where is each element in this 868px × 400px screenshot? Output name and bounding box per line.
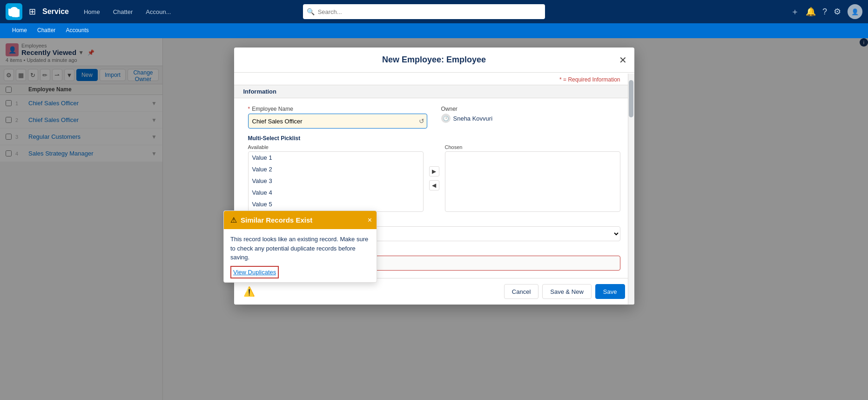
nav-plus-icon[interactable]: ＋ (791, 6, 799, 17)
nav-accounts[interactable]: Accoun... (139, 0, 177, 23)
duplicate-popup: ⚠ Similar Records Exist × This record lo… (223, 210, 377, 283)
top-navigation: ⊞ Service Home Chatter Accoun... 🔍 ＋ 🔔 ?… (0, 0, 868, 23)
available-listbox[interactable]: Value 1 Value 2 Value 3 Value 4 Value 5 (248, 151, 424, 212)
dup-popup-header: ⚠ Similar Records Exist × (224, 211, 377, 229)
user-avatar[interactable]: 👤 (848, 4, 862, 19)
section-header: Information (234, 85, 634, 98)
modal-header: New Employee: Employee ✕ (234, 47, 634, 73)
available-label: Available (248, 144, 424, 150)
chosen-col: Chosen (445, 144, 620, 212)
undo-icon[interactable]: ↺ (419, 117, 424, 125)
view-duplicates-link[interactable]: View Duplicates (230, 266, 279, 279)
main-area: 👤 Employees Recently Viewed ▼ 📌 4 items … (0, 38, 868, 400)
modal-close-button[interactable]: ✕ (619, 54, 627, 66)
sub-nav-chatter[interactable]: Chatter (33, 23, 60, 38)
dup-warning-icon: ⚠ (230, 216, 237, 224)
employee-name-input[interactable] (248, 114, 427, 129)
search-bar: 🔍 (303, 4, 545, 19)
multiselect-arrows: ▶ ◀ (427, 144, 441, 212)
nav-bell-icon[interactable]: 🔔 (806, 7, 816, 17)
save-button[interactable]: Save (595, 284, 625, 299)
move-right-button[interactable]: ▶ (429, 166, 439, 176)
owner-name: Sneha Kovvuri (453, 115, 493, 122)
required-star: * (248, 106, 250, 112)
owner-label: Owner (441, 106, 620, 112)
sub-navigation: Home Chatter Accounts (0, 23, 868, 38)
multiselect-section: Multi-Select Picklist Available Value 1 … (248, 135, 620, 212)
dup-popup-body: This record looks like an existing recor… (224, 229, 377, 282)
nav-items: Home Chatter Accoun... (77, 0, 178, 23)
required-text: = Required Information (563, 76, 620, 83)
employee-name-label: * Employee Name (248, 106, 427, 112)
multiselect-label: Multi-Select Picklist (248, 135, 620, 142)
picklist-item-5[interactable]: Value 5 (249, 198, 423, 210)
employee-name-input-wrapper: ↺ (248, 114, 427, 129)
dup-popup-body-text: This record looks like an existing recor… (230, 236, 368, 261)
picklist-item-3[interactable]: Value 3 (249, 175, 423, 187)
search-input[interactable] (303, 4, 545, 19)
modal-scrollbar[interactable] (628, 74, 634, 305)
move-left-button[interactable]: ◀ (429, 180, 439, 190)
cancel-button[interactable]: Cancel (504, 284, 538, 299)
owner-icon: 🕐 (441, 114, 451, 123)
modal-overlay: New Employee: Employee ✕ * = Required In… (0, 38, 868, 400)
multiselect-row: Available Value 1 Value 2 Value 3 Value … (248, 144, 620, 212)
nav-gear-icon[interactable]: ⚙ (834, 7, 841, 17)
required-info: * = Required Information (234, 73, 634, 85)
nav-right-icons: ＋ 🔔 ? ⚙ 👤 (791, 4, 862, 19)
save-new-button[interactable]: Save & New (542, 284, 592, 299)
search-icon: 🔍 (307, 8, 315, 15)
required-asterisk: * (559, 76, 562, 83)
employee-name-owner-row: * Employee Name ↺ Owner 🕐 Sneha Kovvuri (248, 106, 620, 129)
nav-chatter[interactable]: Chatter (107, 0, 140, 23)
footer-warning-icon: ⚠️ (243, 286, 255, 297)
employee-name-field-group: * Employee Name ↺ (248, 106, 427, 129)
nav-home[interactable]: Home (77, 0, 107, 23)
app-name: Service (42, 7, 69, 16)
sub-nav-accounts[interactable]: Accounts (61, 23, 93, 38)
picklist-item-4[interactable]: Value 4 (249, 187, 423, 198)
app-grid-icon[interactable]: ⊞ (29, 7, 36, 17)
chosen-label: Chosen (445, 144, 620, 150)
chosen-listbox[interactable] (445, 151, 620, 212)
dup-popup-close-button[interactable]: × (368, 216, 372, 224)
owner-field-group: Owner 🕐 Sneha Kovvuri (441, 106, 620, 123)
sub-nav-home[interactable]: Home (7, 23, 32, 38)
available-col: Available Value 1 Value 2 Value 3 Value … (248, 144, 424, 212)
owner-value: 🕐 Sneha Kovvuri (441, 114, 620, 123)
picklist-item-1[interactable]: Value 1 (249, 152, 423, 163)
salesforce-logo[interactable] (6, 3, 22, 20)
picklist-item-2[interactable]: Value 2 (249, 163, 423, 175)
dup-popup-title: Similar Records Exist (241, 216, 312, 224)
modal-title: New Employee: Employee (382, 55, 486, 65)
nav-question-icon[interactable]: ? (822, 7, 827, 17)
modal-scrollbar-thumb (629, 80, 633, 117)
